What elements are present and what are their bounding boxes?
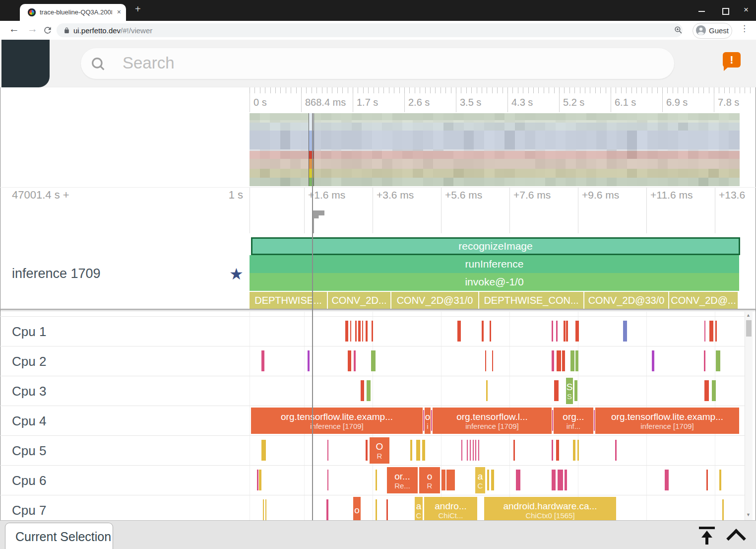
- cpu-sched-bar[interactable]: [361, 380, 364, 401]
- cpu-sched-bar[interactable]: [355, 321, 357, 342]
- cpu-sched-bar[interactable]: [513, 440, 515, 461]
- cpu-sched-bar[interactable]: [461, 440, 462, 461]
- align-top-icon[interactable]: [699, 527, 715, 529]
- cpu-sched-bar[interactable]: [446, 470, 455, 490]
- pinned-slice[interactable]: recognizeImage: [251, 237, 740, 255]
- cpu-slice[interactable]: org.tensorflow.lite.examp...inference [1…: [595, 408, 739, 434]
- cpu-slice[interactable]: aC: [475, 467, 485, 493]
- current-selection-tab[interactable]: Current Selection: [5, 523, 113, 549]
- cpu-sched-bar[interactable]: [577, 440, 579, 461]
- cpu-sched-bar[interactable]: [565, 470, 567, 490]
- cpu-sched-bar[interactable]: [410, 440, 412, 461]
- op-slice[interactable]: CONV_2D@...: [669, 292, 738, 309]
- cpu-sched-bar[interactable]: [482, 321, 484, 342]
- cpu-sched-bar[interactable]: [490, 321, 491, 342]
- cpu-slice[interactable]: android.hardware.ca...ChiCtx0 [1565]: [484, 497, 616, 523]
- cpu-sched-bar[interactable]: [366, 321, 368, 342]
- cpu-sched-bar[interactable]: [259, 470, 261, 490]
- cpu-sched-bar[interactable]: [594, 410, 595, 431]
- cpu-sched-bar[interactable]: [431, 410, 432, 431]
- cpu-sched-bar[interactable]: [564, 321, 566, 342]
- cpu-sched-bar[interactable]: [487, 470, 489, 490]
- cpu-sched-bar[interactable]: [372, 321, 373, 342]
- cpu-sched-bar[interactable]: [491, 470, 494, 490]
- cpu-sched-bar[interactable]: [554, 380, 559, 401]
- cpu-sched-bar[interactable]: [386, 499, 388, 520]
- cpu-sched-bar[interactable]: [327, 470, 328, 490]
- cpu-slice[interactable]: or...Re...: [387, 467, 418, 493]
- cpu-sched-bar[interactable]: [716, 350, 720, 371]
- pinned-slice[interactable]: runInference: [250, 255, 739, 273]
- cpu-sched-bar[interactable]: [423, 410, 424, 431]
- cpu-sched-bar[interactable]: [470, 440, 471, 461]
- cpu-sched-bar[interactable]: [486, 380, 488, 401]
- cpu-sched-bar[interactable]: [376, 470, 377, 490]
- cpu-slice[interactable]: OR: [370, 437, 389, 464]
- cpu-sched-bar[interactable]: [573, 440, 575, 461]
- cpu-sched-bar[interactable]: [485, 350, 486, 371]
- cpu-sched-bar[interactable]: [416, 440, 420, 461]
- scrollbar-down-icon[interactable]: ▼: [746, 512, 751, 517]
- cpu-slice[interactable]: oR: [419, 467, 440, 493]
- sidebar-menu-button[interactable]: [1, 40, 50, 87]
- cpu-sched-bar[interactable]: [327, 440, 328, 461]
- cpu-slice[interactable]: org.tensorflow.lite.examp...inference [1…: [251, 408, 423, 434]
- cpu-sched-bar[interactable]: [652, 350, 654, 371]
- cpu-sched-bar[interactable]: [566, 321, 568, 342]
- cpu-sched-bar[interactable]: [422, 440, 425, 461]
- cpu-sched-bar[interactable]: [715, 321, 717, 342]
- cpu-sched-bar[interactable]: [719, 470, 721, 490]
- cpu-sched-bar[interactable]: [615, 440, 617, 461]
- cpu-sched-bar[interactable]: [473, 440, 474, 461]
- cpu-sched-bar[interactable]: [350, 321, 351, 342]
- overview-minimap[interactable]: [250, 113, 739, 186]
- cpu-sched-bar[interactable]: [265, 499, 266, 520]
- cpu-slice[interactable]: o: [353, 497, 361, 523]
- cpu-sched-bar[interactable]: [712, 380, 716, 401]
- cpu-sched-bar[interactable]: [492, 350, 493, 371]
- scrollbar-up-icon[interactable]: ▲: [746, 313, 751, 318]
- cpu-slice[interactable]: oi: [425, 408, 431, 434]
- cpu-sched-bar[interactable]: [722, 499, 724, 520]
- cpu-sched-bar[interactable]: [704, 321, 705, 342]
- cpu-sched-bar[interactable]: [376, 499, 377, 520]
- cpu-sched-bar[interactable]: [552, 350, 554, 371]
- cpu-sched-bar[interactable]: [552, 440, 553, 461]
- cpu-sched-bar[interactable]: [556, 440, 559, 461]
- cpu-sched-bar[interactable]: [263, 499, 264, 520]
- minimap-viewport[interactable]: [309, 113, 314, 186]
- cpu-sched-bar[interactable]: [706, 470, 708, 490]
- scrollbar-thumb[interactable]: [746, 320, 752, 337]
- cpu-sched-bar[interactable]: [709, 321, 713, 342]
- cpu-slice[interactable]: SS: [566, 378, 573, 404]
- cpu-slice[interactable]: org...inf...: [554, 408, 593, 434]
- cpu-sched-bar[interactable]: [366, 440, 368, 461]
- tracks-scrollbar[interactable]: ▲ ▼: [745, 312, 753, 520]
- cpu-sched-bar[interactable]: [326, 499, 328, 520]
- cpu-sched-bar[interactable]: [562, 350, 565, 371]
- cpu-sched-bar[interactable]: [475, 440, 476, 461]
- op-slice[interactable]: CONV_2D@31/0: [391, 292, 479, 309]
- cpu-slice[interactable]: org.tensorflow.l...inference [1709]: [433, 408, 552, 434]
- cpu-sched-bar[interactable]: [358, 321, 361, 342]
- cpu-sched-bar[interactable]: [261, 350, 264, 371]
- flag-marker-icon[interactable]: [313, 210, 314, 233]
- cpu-sched-bar[interactable]: [704, 350, 705, 371]
- cpu-sched-bar[interactable]: [457, 321, 461, 342]
- cpu-sched-bar[interactable]: [308, 350, 310, 371]
- cpu-sched-bar[interactable]: [516, 470, 520, 490]
- cpu-sched-bar[interactable]: [556, 321, 558, 342]
- cpu-sched-bar[interactable]: [574, 380, 577, 401]
- cpu-sched-bar[interactable]: [575, 321, 579, 342]
- cpu-sched-bar[interactable]: [467, 440, 468, 461]
- cpu-sched-bar[interactable]: [704, 380, 709, 401]
- cpu-slice[interactable]: aC: [415, 497, 423, 523]
- cpu-sched-bar[interactable]: [362, 321, 363, 342]
- cpu-sched-bar[interactable]: [345, 321, 348, 342]
- cpu-sched-bar[interactable]: [557, 350, 561, 371]
- op-slice[interactable]: DEPTHWISE_CON...: [479, 292, 584, 309]
- cpu-sched-bar[interactable]: [261, 440, 266, 461]
- collapse-panel-icon[interactable]: [726, 529, 746, 549]
- cpu-sched-bar[interactable]: [558, 470, 563, 490]
- cpu-sched-bar[interactable]: [257, 470, 258, 490]
